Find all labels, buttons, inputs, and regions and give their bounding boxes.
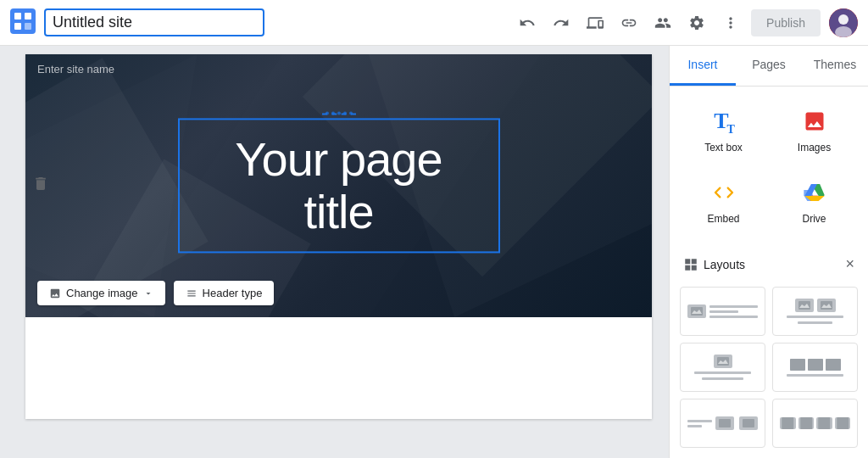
layout-line [702,377,744,380]
svg-rect-22 [790,359,805,371]
svg-rect-1 [14,13,21,20]
content-area[interactable] [25,317,652,419]
insert-grid: TT Text box Images Embed [680,97,858,237]
insert-text-box[interactable]: TT Text box [680,97,767,165]
share-button[interactable] [649,9,676,36]
layout-img-placeholder [780,417,796,429]
app-logo [10,8,36,37]
embed-icon [712,181,736,208]
layout-img-placeholder [826,359,841,371]
svg-point-6 [838,14,849,25]
header-type-label: Header type [203,287,263,299]
site-title-input[interactable] [44,8,264,36]
title-box[interactable]: Your page title [178,118,500,253]
insert-embed[interactable]: Embed [680,169,767,237]
settings-button[interactable] [683,9,710,36]
undo-button[interactable] [514,9,541,36]
layout-line [798,321,833,324]
panel-content: TT Text box Images Embed [670,87,868,458]
publish-button[interactable]: Publish [751,9,821,36]
layouts-grid [680,287,858,448]
layouts-title-row: Layouts [683,257,745,272]
right-panel: Insert Pages Themes TT Text box Images [669,46,868,458]
toolbar-icons [514,9,744,36]
layout-lines [709,305,758,318]
layout-img-placeholder [817,299,836,312]
svg-rect-27 [782,417,793,429]
svg-rect-25 [719,419,731,427]
svg-rect-26 [743,419,754,427]
layout-card-1[interactable] [680,287,765,336]
text-box-label: Text box [704,142,743,154]
tab-pages[interactable]: Pages [736,46,802,86]
svg-rect-18 [821,301,832,310]
layout-card-2[interactable] [772,287,858,336]
layout-card-6[interactable] [772,399,858,448]
panel-tabs: Insert Pages Themes [670,46,868,87]
layout-card-4[interactable] [772,343,858,392]
layouts-title: Layouts [704,258,745,271]
layout-lines [687,420,712,427]
hero-controls: Change image Header type [37,281,274,305]
svg-rect-24 [826,359,841,371]
layout-line [787,374,843,377]
insert-images[interactable]: Images [771,97,858,165]
svg-rect-23 [808,359,823,371]
layout-line [687,420,712,422]
svg-rect-29 [818,417,830,429]
link-button[interactable] [615,9,643,36]
layout-card-5[interactable] [680,399,765,448]
layout-img-placeholder [816,417,832,429]
more-button[interactable] [717,9,744,36]
layout-img-placeholder [739,416,758,430]
text-box-icon: TT [714,109,733,137]
svg-rect-14 [691,307,703,316]
layout-line [709,316,758,318]
canvas-area[interactable]: Enter site name Your page [0,46,669,458]
layout-img-placeholder [835,417,851,429]
svg-rect-30 [837,417,849,429]
layout-line [709,310,738,313]
svg-rect-2 [14,23,21,30]
avatar[interactable] [829,8,858,37]
device-toggle-button[interactable] [581,9,609,36]
layout-img-placeholder [715,416,734,430]
layout-card-3[interactable] [680,343,765,392]
svg-rect-0 [10,8,36,34]
layout-line [687,425,702,427]
layout-img-placeholder [798,417,815,429]
svg-rect-20 [717,357,729,366]
redo-button[interactable] [548,9,575,36]
layout-img-placeholder [790,359,805,371]
change-image-button[interactable]: Change image [37,281,165,305]
layout-img-placeholder [795,299,814,312]
svg-rect-4 [25,23,31,30]
tab-themes[interactable]: Themes [802,46,868,86]
layout-img-placeholder [687,304,706,318]
insert-drive[interactable]: Drive [771,169,858,237]
toolbar: Publish [0,0,868,46]
drive-icon [803,181,826,208]
layouts-close-button[interactable]: × [845,255,854,273]
svg-rect-16 [798,301,810,310]
drive-label: Drive [802,213,826,225]
page-container: Enter site name Your page [25,54,652,419]
hero-section[interactable]: Enter site name Your page [25,54,652,317]
delete-icon[interactable] [32,176,49,197]
images-label: Images [798,142,831,154]
layout-line [787,316,843,318]
header-type-button[interactable]: Header type [174,281,275,305]
change-image-label: Change image [66,287,138,299]
svg-rect-3 [25,13,31,20]
main-content: Enter site name Your page [0,46,868,458]
layout-line [709,305,758,308]
site-name-overlay: Enter site name [37,63,114,75]
layout-line [694,371,750,374]
page-title: Your page title [200,133,478,237]
layouts-header: Layouts × [680,249,858,280]
layout-img-placeholder [808,359,823,371]
tab-insert[interactable]: Insert [670,46,736,86]
images-icon [803,109,826,137]
svg-rect-28 [800,417,812,429]
layout-img-placeholder [714,355,732,368]
